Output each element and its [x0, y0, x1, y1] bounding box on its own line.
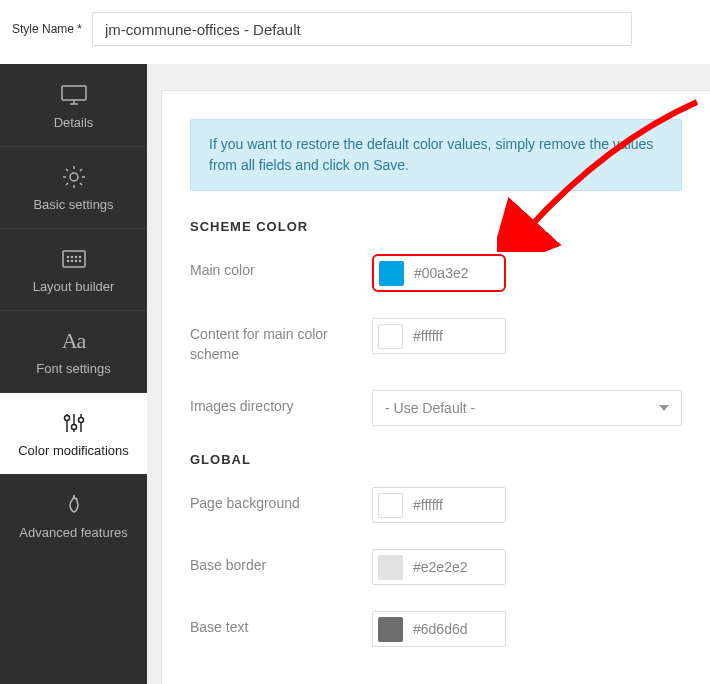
- field-label: Main color: [190, 254, 372, 281]
- style-name-input[interactable]: [92, 12, 632, 46]
- color-swatch: [379, 261, 404, 286]
- color-swatch: [378, 617, 403, 642]
- field-label: Content for main color scheme: [190, 318, 372, 364]
- field-page-background: Page background: [190, 487, 682, 523]
- flame-icon: [60, 491, 88, 519]
- style-name-label: Style Name *: [12, 22, 82, 36]
- sidebar-item-label: Advanced features: [19, 525, 127, 540]
- sidebar-item-label: Basic settings: [33, 197, 113, 212]
- main-color-input[interactable]: [372, 254, 506, 292]
- gear-icon: [60, 163, 88, 191]
- section-global-title: GLOBAL: [190, 452, 682, 467]
- sidebar-item-label: Font settings: [36, 361, 110, 376]
- sidebar-item-advanced-features[interactable]: Advanced features: [0, 474, 147, 556]
- main-color-text[interactable]: [414, 265, 494, 281]
- field-base-text: Base text: [190, 611, 682, 647]
- sidebar-item-details[interactable]: Details: [0, 64, 147, 146]
- base-border-text[interactable]: [413, 559, 493, 575]
- svg-point-11: [75, 261, 76, 262]
- sliders-icon: [60, 409, 88, 437]
- svg-point-9: [67, 261, 68, 262]
- svg-point-5: [67, 257, 68, 258]
- font-icon: Aa: [60, 327, 88, 355]
- svg-point-3: [70, 173, 78, 181]
- field-label: Page background: [190, 487, 372, 514]
- page-background-input[interactable]: [372, 487, 506, 523]
- svg-point-6: [71, 257, 72, 258]
- svg-point-14: [64, 416, 69, 421]
- color-swatch: [378, 493, 403, 518]
- content-color-input[interactable]: [372, 318, 506, 354]
- sidebar-item-label: Color modifications: [18, 443, 129, 458]
- svg-point-10: [71, 261, 72, 262]
- sidebar-item-label: Details: [54, 115, 94, 130]
- sidebar-item-layout-builder[interactable]: Layout builder: [0, 228, 147, 310]
- svg-point-16: [71, 425, 76, 430]
- images-directory-select[interactable]: - Use Default -: [372, 390, 682, 426]
- base-text-text[interactable]: [413, 621, 493, 637]
- sidebar-item-color-modifications[interactable]: Color modifications: [0, 392, 147, 474]
- grid-icon: [60, 245, 88, 273]
- content-color-text[interactable]: [413, 328, 493, 344]
- svg-point-12: [79, 261, 80, 262]
- svg-point-18: [78, 418, 83, 423]
- settings-panel: If you want to restore the default color…: [161, 90, 710, 684]
- svg-rect-4: [63, 251, 85, 267]
- sidebar-item-font-settings[interactable]: Aa Font settings: [0, 310, 147, 392]
- svg-point-8: [79, 257, 80, 258]
- field-label: Base border: [190, 549, 372, 576]
- field-label: Images directory: [190, 390, 372, 417]
- base-text-input[interactable]: [372, 611, 506, 647]
- sidebar-item-basic-settings[interactable]: Basic settings: [0, 146, 147, 228]
- svg-point-7: [75, 257, 76, 258]
- field-base-border: Base border: [190, 549, 682, 585]
- top-bar: Style Name *: [0, 0, 710, 64]
- main-area: If you want to restore the default color…: [147, 64, 710, 684]
- field-label: Base text: [190, 611, 372, 638]
- info-notice: If you want to restore the default color…: [190, 119, 682, 191]
- color-swatch: [378, 555, 403, 580]
- section-scheme-color-title: SCHEME COLOR: [190, 219, 682, 234]
- field-main-color: Main color: [190, 254, 682, 292]
- monitor-icon: [60, 81, 88, 109]
- field-images-directory: Images directory - Use Default -: [190, 390, 682, 426]
- sidebar: Details Basic settings Layout builder Aa…: [0, 64, 147, 684]
- svg-rect-0: [62, 86, 86, 100]
- page-background-text[interactable]: [413, 497, 493, 513]
- color-swatch: [378, 324, 403, 349]
- field-content-color: Content for main color scheme: [190, 318, 682, 364]
- sidebar-item-label: Layout builder: [33, 279, 115, 294]
- base-border-input[interactable]: [372, 549, 506, 585]
